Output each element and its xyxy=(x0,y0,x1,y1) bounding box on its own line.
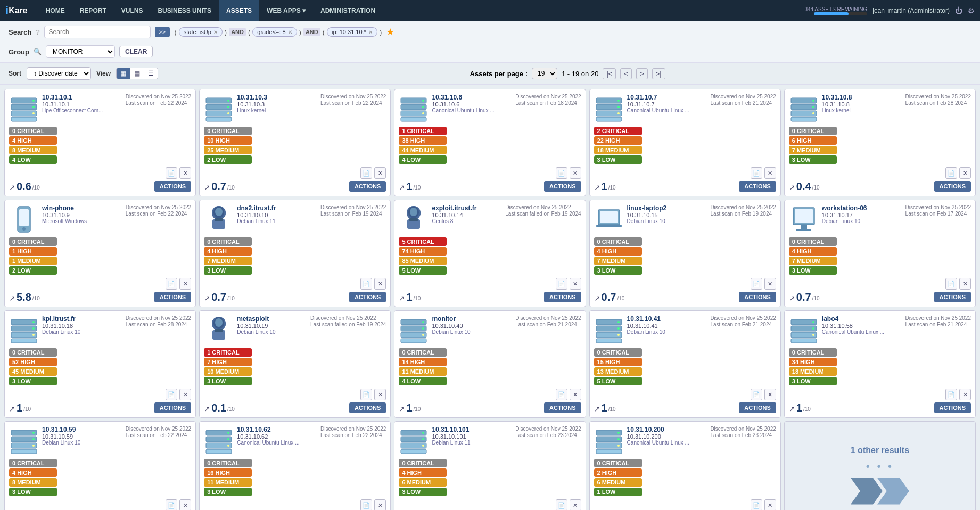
view-compact-button[interactable]: ☰ xyxy=(144,68,158,79)
critical-badge[interactable]: 1 CRITICAL xyxy=(204,348,252,357)
actions-button[interactable]: ACTIONS xyxy=(349,292,386,302)
critical-badge[interactable]: 0 CRITICAL xyxy=(789,237,837,246)
high-badge[interactable]: 4 HIGH xyxy=(9,468,57,477)
high-badge[interactable]: 14 HIGH xyxy=(399,358,447,366)
medium-badge[interactable]: 7 MEDIUM xyxy=(594,257,642,265)
medium-badge[interactable]: 6 MEDIUM xyxy=(594,478,642,487)
high-badge[interactable]: 34 HIGH xyxy=(789,358,837,366)
medium-badge[interactable]: 45 MEDIUM xyxy=(9,367,57,376)
asset-name[interactable]: 10.31.10.8 xyxy=(822,94,902,101)
delete-icon[interactable]: ✕ xyxy=(570,167,581,179)
low-badge[interactable]: 1 LOW xyxy=(594,488,642,496)
pdf-icon[interactable]: 📄 xyxy=(166,278,177,290)
actions-button[interactable]: ACTIONS xyxy=(739,292,776,302)
asset-name[interactable]: 10.31.10.200 xyxy=(627,426,707,433)
low-badge[interactable]: 2 LOW xyxy=(9,266,57,275)
actions-button[interactable]: ACTIONS xyxy=(154,181,192,192)
critical-badge[interactable]: 0 CRITICAL xyxy=(399,459,447,467)
pdf-icon[interactable]: 📄 xyxy=(751,167,762,179)
sort-select[interactable]: ↕ Discover date xyxy=(27,67,91,80)
high-badge[interactable]: 4 HIGH xyxy=(789,247,837,256)
pdf-icon[interactable]: 📄 xyxy=(166,389,177,400)
medium-badge[interactable]: 11 MEDIUM xyxy=(399,367,447,376)
pdf-icon[interactable]: 📄 xyxy=(360,389,372,400)
nav-assets[interactable]: ASSETS xyxy=(219,0,259,21)
critical-badge[interactable]: 0 CRITICAL xyxy=(789,348,837,357)
filter-state-remove[interactable]: ✕ xyxy=(213,29,218,35)
delete-icon[interactable]: ✕ xyxy=(570,278,581,290)
asset-name[interactable]: 10.31.10.1 xyxy=(42,94,122,101)
low-badge[interactable]: 3 LOW xyxy=(399,488,447,496)
low-badge[interactable]: 4 LOW xyxy=(399,155,447,164)
delete-icon[interactable]: ✕ xyxy=(764,167,776,179)
search-help-icon[interactable]: ? xyxy=(36,28,39,36)
nav-administration[interactable]: ADMINISTRATION xyxy=(313,0,383,21)
asset-name[interactable]: metasploit xyxy=(237,315,307,323)
filter-state[interactable]: state: isUp ✕ xyxy=(179,27,223,37)
settings-icon[interactable]: ⚙ xyxy=(968,6,975,15)
actions-button[interactable]: ACTIONS xyxy=(934,181,971,192)
medium-badge[interactable]: 85 MEDIUM xyxy=(399,257,447,265)
actions-button[interactable]: ACTIONS xyxy=(349,181,386,192)
pdf-icon[interactable]: 📄 xyxy=(556,389,567,400)
high-badge[interactable]: 74 HIGH xyxy=(399,247,447,256)
medium-badge[interactable]: 18 MEDIUM xyxy=(789,367,837,376)
nav-vulns[interactable]: VULNS xyxy=(114,0,151,21)
delete-icon[interactable]: ✕ xyxy=(570,499,581,510)
low-badge[interactable]: 4 LOW xyxy=(9,155,57,164)
critical-badge[interactable]: 0 CRITICAL xyxy=(9,348,57,357)
search-input[interactable] xyxy=(44,26,151,38)
pdf-icon[interactable]: 📄 xyxy=(751,499,762,510)
medium-badge[interactable]: 7 MEDIUM xyxy=(204,257,252,265)
low-badge[interactable]: 4 LOW xyxy=(399,377,447,385)
view-grid-button[interactable]: ▦ xyxy=(117,68,130,79)
other-results-card[interactable]: 1 other results • • • xyxy=(784,421,976,510)
power-icon[interactable]: ⏻ xyxy=(955,6,962,15)
pdf-icon[interactable]: 📄 xyxy=(360,278,372,290)
critical-badge[interactable]: 0 CRITICAL xyxy=(9,237,57,246)
critical-badge[interactable]: 0 CRITICAL xyxy=(789,127,837,135)
actions-button[interactable]: ACTIONS xyxy=(544,292,581,302)
delete-icon[interactable]: ✕ xyxy=(374,167,386,179)
nav-web-apps[interactable]: WEB APPS ▾ xyxy=(259,0,313,21)
filter-ip-remove[interactable]: ✕ xyxy=(368,29,373,35)
asset-name[interactable]: 10.31.10.59 xyxy=(42,426,122,433)
high-badge[interactable]: 4 HIGH xyxy=(204,247,252,256)
medium-badge[interactable]: 8 MEDIUM xyxy=(9,478,57,487)
medium-badge[interactable]: 13 MEDIUM xyxy=(594,367,642,376)
medium-badge[interactable]: 11 MEDIUM xyxy=(204,478,252,487)
low-badge[interactable]: 3 LOW xyxy=(594,266,642,275)
low-badge[interactable]: 3 LOW xyxy=(9,488,57,496)
low-badge[interactable]: 5 LOW xyxy=(594,377,642,385)
asset-name[interactable]: exploit.itrust.fr xyxy=(432,204,502,212)
favorite-button[interactable]: ★ xyxy=(386,26,394,38)
delete-icon[interactable]: ✕ xyxy=(959,278,971,290)
medium-badge[interactable]: 1 MEDIUM xyxy=(9,257,57,265)
asset-name[interactable]: 10.31.10.7 xyxy=(627,94,707,101)
pdf-icon[interactable]: 📄 xyxy=(945,278,957,290)
pdf-icon[interactable]: 📄 xyxy=(556,167,567,179)
low-badge[interactable]: 2 LOW xyxy=(204,155,252,164)
medium-badge[interactable]: 7 MEDIUM xyxy=(789,257,837,265)
asset-name[interactable]: win-phone xyxy=(42,204,122,212)
critical-badge[interactable]: 0 CRITICAL xyxy=(594,237,642,246)
asset-name[interactable]: 10.31.10.3 xyxy=(237,94,317,101)
critical-badge[interactable]: 0 CRITICAL xyxy=(204,127,252,135)
critical-badge[interactable]: 0 CRITICAL xyxy=(9,127,57,135)
critical-badge[interactable]: 5 CRITICAL xyxy=(399,237,447,246)
high-badge[interactable]: 52 HIGH xyxy=(9,358,57,366)
critical-badge[interactable]: 0 CRITICAL xyxy=(594,459,642,467)
high-badge[interactable]: 16 HIGH xyxy=(204,468,252,477)
delete-icon[interactable]: ✕ xyxy=(764,389,776,400)
asset-name[interactable]: linux-laptop2 xyxy=(627,204,707,212)
pdf-icon[interactable]: 📄 xyxy=(166,499,177,510)
nav-report[interactable]: REPORT xyxy=(72,0,114,21)
delete-icon[interactable]: ✕ xyxy=(959,389,971,400)
per-page-select[interactable]: 19 xyxy=(532,68,557,79)
page-first-button[interactable]: |< xyxy=(603,68,616,79)
actions-button[interactable]: ACTIONS xyxy=(154,402,192,413)
actions-button[interactable]: ACTIONS xyxy=(739,181,776,192)
delete-icon[interactable]: ✕ xyxy=(374,499,386,510)
nav-home[interactable]: HOME xyxy=(38,0,72,21)
group-select[interactable]: MONITOR xyxy=(46,45,115,58)
